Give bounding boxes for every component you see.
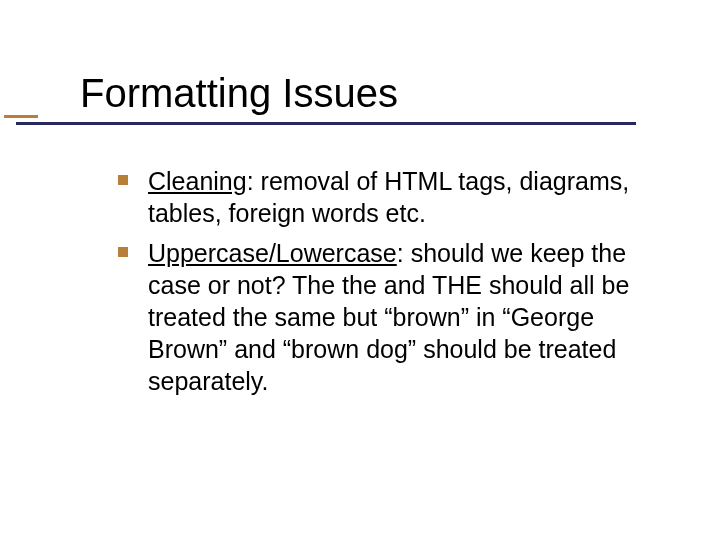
slide-title: Formatting Issues xyxy=(80,70,680,116)
square-bullet-icon xyxy=(118,175,128,185)
bullet-lead-term: Cleaning xyxy=(148,167,247,195)
list-item: Uppercase/Lowercase: should we keep the … xyxy=(118,237,670,397)
title-accent-bar xyxy=(4,115,38,118)
square-bullet-icon xyxy=(118,247,128,257)
slide: Formatting Issues Cleaning: removal of H… xyxy=(0,0,720,540)
slide-body: Cleaning: removal of HTML tags, diagrams… xyxy=(118,165,670,405)
title-underline xyxy=(16,122,636,125)
title-block: Formatting Issues xyxy=(80,70,680,125)
bullet-lead-term: Uppercase/Lowercase xyxy=(148,239,397,267)
list-item: Cleaning: removal of HTML tags, diagrams… xyxy=(118,165,670,229)
